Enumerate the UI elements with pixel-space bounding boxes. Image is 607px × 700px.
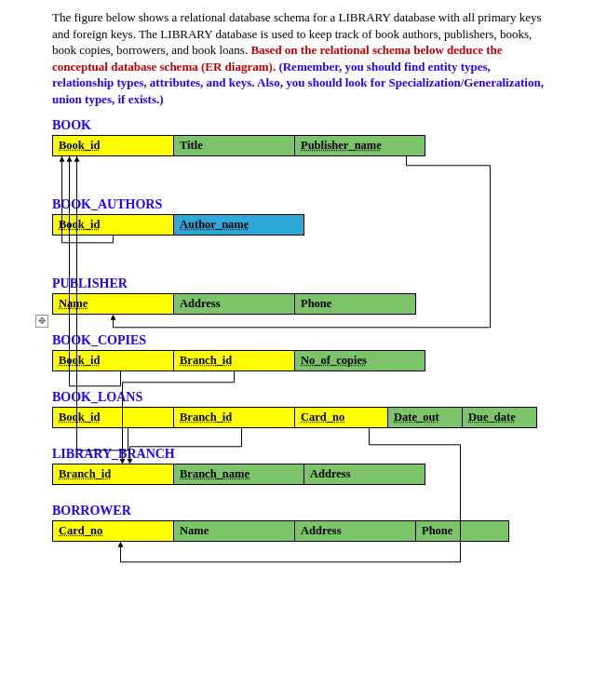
column-book_authors-1: Author_name: [174, 215, 304, 236]
column-library_branch-0: Branch_id: [53, 464, 174, 485]
table-borrower: BORROWER Card_noNameAddressPhone: [52, 504, 555, 542]
table-publisher: PUBLISHER NameAddressPhone: [52, 276, 555, 315]
column-book_loans-1: Branch_id: [174, 408, 295, 428]
column-borrower-0: Card_no: [53, 521, 174, 542]
table-title: BOOK: [52, 118, 555, 133]
column-publisher-2: Phone: [295, 294, 416, 315]
column-book_authors-0: Book_id: [53, 215, 174, 236]
table-title: BORROWER: [52, 504, 555, 518]
schema-table: Book_idTitlePublisher_name: [52, 135, 425, 156]
table-book-copies: BOOK_COPIES Book_idBranch_idNo_of_copies: [52, 333, 555, 371]
column-book_copies-0: Book_id: [53, 351, 174, 371]
column-book_loans-0: Book_id: [53, 408, 174, 428]
column-book-2: Publisher_name: [295, 136, 425, 156]
table-book: BOOK Book_idTitlePublisher_name: [52, 118, 555, 156]
column-book_copies-2: No_of_copies: [295, 351, 425, 371]
table-title: BOOK_AUTHORS: [52, 197, 555, 212]
table-title: PUBLISHER: [52, 276, 555, 291]
table-title: BOOK_LOANS: [52, 390, 555, 405]
table-book-loans: BOOK_LOANS Book_idBranch_idCard_noDate_o…: [52, 390, 555, 428]
table-title: BOOK_COPIES: [52, 333, 555, 348]
schema-table: Branch_idBranch_nameAddress: [52, 464, 425, 485]
schema-table: Book_idBranch_idCard_noDate_outDue_date: [52, 407, 537, 428]
schema-table: Book_idBranch_idNo_of_copies: [52, 350, 425, 371]
column-book-0: Book_id: [53, 136, 174, 156]
column-borrower-2: Address: [295, 521, 416, 542]
column-book_copies-1: Branch_id: [174, 351, 295, 371]
schema-table: Card_noNameAddressPhone: [52, 520, 509, 542]
column-publisher-1: Address: [174, 294, 295, 315]
table-title: LIBRARY_BRANCH: [52, 447, 555, 462]
move-handle-icon: ✥: [35, 315, 48, 328]
column-publisher-0: Name: [53, 294, 174, 315]
table-book-authors: BOOK_AUTHORS Book_idAuthor_name: [52, 197, 555, 236]
column-borrower-1: Name: [174, 521, 295, 542]
schema-table: NameAddressPhone: [52, 293, 416, 315]
schema-table: Book_idAuthor_name: [52, 214, 304, 236]
column-book-1: Title: [174, 136, 295, 156]
column-library_branch-1: Branch_name: [174, 464, 304, 485]
column-book_loans-3: Date_out: [388, 408, 463, 428]
column-book_loans-4: Due_date: [463, 408, 537, 428]
table-library-branch: LIBRARY_BRANCH Branch_idBranch_nameAddre…: [52, 447, 555, 485]
intro-paragraph: The figure below shows a relational data…: [52, 9, 555, 107]
column-borrower-3: Phone: [416, 521, 509, 542]
column-book_loans-2: Card_no: [295, 408, 388, 428]
column-library_branch-2: Address: [304, 464, 425, 485]
